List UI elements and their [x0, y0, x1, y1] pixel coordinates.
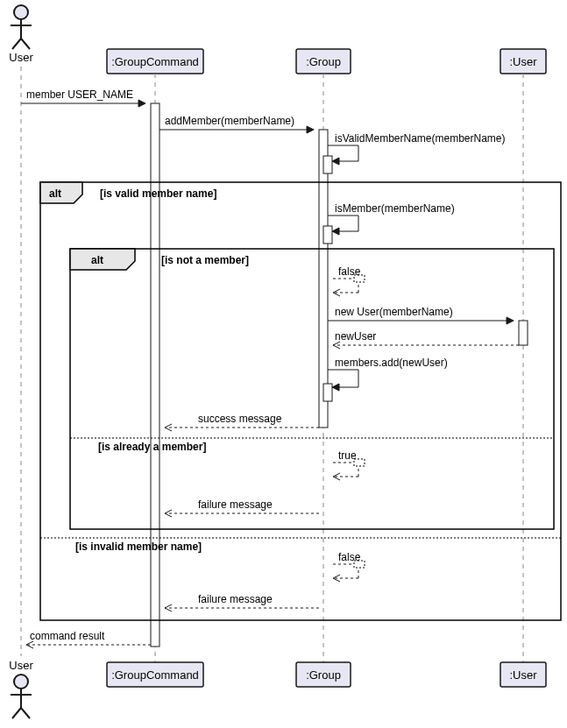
participant-group-top: :Group [296, 49, 351, 74]
svg-text:failure message: failure message [198, 498, 273, 511]
svg-marker-35 [332, 384, 339, 391]
svg-line-3 [12, 39, 21, 49]
svg-line-4 [21, 39, 30, 49]
actor-user-bottom: User [9, 659, 33, 718]
svg-marker-22 [332, 228, 339, 235]
participant-groupcommand-bottom: :GroupCommand [107, 662, 203, 687]
svg-marker-17 [332, 158, 339, 165]
participant-user-bottom: :User [500, 662, 546, 687]
msg-member: member USER_NAME [21, 88, 145, 107]
svg-text:new User(memberName): new User(memberName) [335, 306, 453, 318]
svg-text:members.add(newUser): members.add(newUser) [335, 357, 448, 369]
activation-group-self2 [323, 226, 332, 244]
svg-text:command result: command result [30, 630, 105, 642]
actor-user-top: User [9, 5, 33, 64]
svg-text::GroupCommand: :GroupCommand [111, 55, 199, 68]
msg-newuser-return: newUser [333, 330, 519, 349]
msg-ismember-true: true [333, 449, 365, 480]
activation-user [519, 321, 528, 345]
svg-text:false: false [338, 551, 361, 563]
activation-group-self1 [323, 156, 332, 173]
svg-text::User: :User [509, 668, 537, 682]
svg-text::GroupCommand: :GroupCommand [111, 668, 199, 682]
svg-text::Group: :Group [306, 668, 341, 682]
svg-text:alt: alt [49, 187, 61, 200]
activation-groupcommand [151, 103, 159, 647]
svg-text:alt: alt [91, 254, 103, 266]
svg-marker-31 [507, 317, 514, 324]
guard-invalid-name: [is invalid member name] [75, 541, 202, 553]
svg-text:User: User [9, 659, 33, 672]
svg-text:success message: success message [198, 413, 282, 425]
svg-rect-24 [70, 249, 554, 529]
msg-addmember: addMember(memberName) [159, 115, 314, 133]
actor-label: User [9, 51, 33, 64]
svg-marker-12 [138, 100, 145, 107]
frame-alt-member: alt [is not a member] [70, 249, 554, 529]
msg-success: success message [165, 413, 319, 431]
msg-ismember: isMember(memberName) [328, 202, 455, 235]
svg-point-0 [14, 5, 28, 19]
msg-command-result: command result [26, 630, 151, 648]
svg-text:false: false [338, 265, 361, 278]
msg-failure-1: failure message [165, 498, 319, 517]
svg-text:true: true [338, 449, 357, 462]
svg-line-56 [21, 708, 30, 718]
svg-text:addMember(memberName): addMember(memberName) [165, 115, 294, 127]
msg-ismember-false: false [333, 265, 365, 296]
participant-groupcommand-top: :GroupCommand [107, 49, 203, 74]
participant-user-top: :User [500, 49, 546, 74]
msg-isvalid: isValidMemberName(memberName) [328, 132, 506, 165]
frame-alt-valid: alt [is valid member name] [40, 182, 561, 620]
svg-text:member USER_NAME: member USER_NAME [26, 88, 133, 101]
sequence-diagram: User :GroupCommand :Group :User member U… [4, 4, 564, 722]
msg-isvalid-false: false [333, 551, 365, 582]
activation-group-self3 [323, 384, 332, 401]
svg-rect-19 [40, 182, 561, 620]
svg-point-52 [14, 675, 28, 689]
msg-failure-2: failure message [165, 593, 319, 611]
participant-group-bottom: :Group [296, 662, 351, 687]
msg-membersadd: members.add(newUser) [328, 357, 448, 391]
svg-marker-15 [307, 126, 314, 133]
activation-group-1 [319, 130, 328, 428]
svg-text:newUser: newUser [335, 330, 376, 343]
svg-line-55 [12, 708, 21, 718]
svg-text:isMember(memberName): isMember(memberName) [335, 202, 455, 215]
svg-text::User: :User [509, 55, 537, 68]
msg-newuser: new User(memberName) [328, 306, 514, 324]
svg-text::Group: :Group [306, 55, 341, 68]
svg-text:failure message: failure message [198, 593, 273, 605]
svg-text:[is valid member name]: [is valid member name] [100, 187, 216, 200]
svg-text:isValidMemberName(memberName): isValidMemberName(memberName) [335, 132, 506, 145]
svg-text:[is not a member]: [is not a member] [161, 254, 249, 266]
guard-already-member: [is already a member] [98, 441, 206, 453]
